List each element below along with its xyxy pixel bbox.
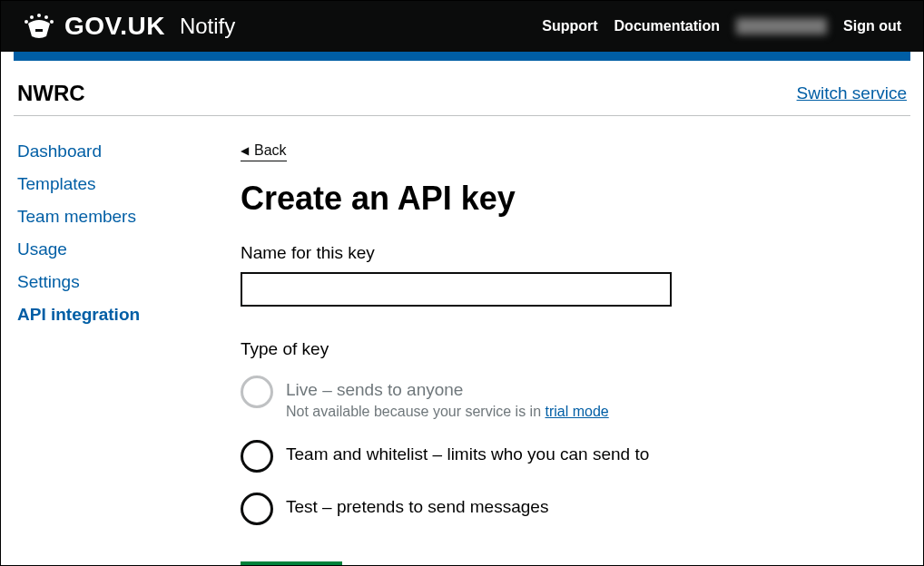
govuk-logo-text: GOV.UK — [64, 12, 165, 41]
sidebar-nav: Dashboard Templates Team members Usage S… — [14, 142, 241, 566]
service-bar: NWRC Switch service — [14, 61, 910, 116]
main-content: ◀ Back Create an API key Name for this k… — [241, 142, 910, 566]
sidebar-item-settings[interactable]: Settings — [17, 272, 241, 292]
sidebar-item-team-members[interactable]: Team members — [17, 207, 241, 227]
back-link-text: Back — [254, 142, 287, 159]
header-brand[interactable]: GOV.UK Notify — [23, 12, 235, 41]
nav-signout[interactable]: Sign out — [843, 18, 901, 34]
sidebar-item-api-integration[interactable]: API integration — [17, 305, 241, 325]
back-link[interactable]: ◀ Back — [241, 142, 287, 161]
key-name-input[interactable] — [241, 272, 672, 307]
page-title: Create an API key — [241, 180, 910, 218]
svg-point-4 — [50, 20, 54, 24]
radio-option-live: Live – sends to anyone Not available bec… — [241, 376, 910, 420]
radio-test-label: Test – pretends to send messages — [286, 493, 548, 517]
key-name-label: Name for this key — [241, 243, 910, 263]
service-title: NWRC — [17, 81, 85, 106]
sidebar-item-dashboard[interactable]: Dashboard — [17, 142, 241, 161]
nav-documentation[interactable]: Documentation — [614, 18, 720, 34]
sidebar-item-templates[interactable]: Templates — [17, 174, 241, 194]
radio-team[interactable] — [241, 440, 273, 473]
svg-rect-5 — [35, 29, 43, 32]
radio-test[interactable] — [241, 493, 273, 525]
back-caret-icon: ◀ — [241, 144, 249, 157]
svg-point-0 — [25, 20, 28, 24]
continue-button[interactable]: Continue — [241, 561, 342, 566]
radio-live-label: Live – sends to anyone — [286, 376, 609, 400]
radio-option-team[interactable]: Team and whitelist – limits who you can … — [241, 440, 910, 473]
radio-live — [241, 376, 273, 408]
radio-team-label: Team and whitelist – limits who you can … — [286, 440, 649, 464]
nav-support[interactable]: Support — [542, 18, 597, 34]
svg-point-1 — [30, 15, 34, 19]
sidebar-item-usage[interactable]: Usage — [17, 239, 241, 259]
svg-point-2 — [37, 14, 41, 17]
nav-user[interactable] — [736, 18, 827, 34]
radio-option-test[interactable]: Test – pretends to send messages — [241, 493, 910, 525]
radio-live-hint: Not available because your service is in… — [286, 404, 609, 420]
service-name-header: Notify — [180, 14, 235, 39]
header-nav: Support Documentation Sign out — [542, 18, 901, 34]
crown-icon — [23, 13, 55, 40]
trial-mode-link[interactable]: trial mode — [545, 404, 608, 419]
switch-service-link[interactable]: Switch service — [797, 83, 907, 103]
top-header: GOV.UK Notify Support Documentation Sign… — [1, 1, 923, 52]
type-of-key-label: Type of key — [241, 339, 910, 359]
svg-point-3 — [44, 15, 48, 19]
blue-accent-bar — [14, 52, 910, 61]
